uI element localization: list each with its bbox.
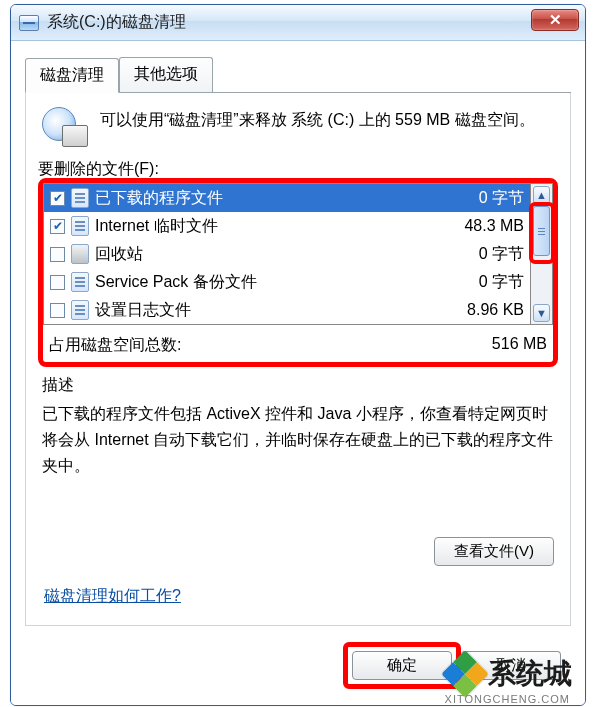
file-size: 0 字节 [473,271,524,293]
checkbox[interactable]: ✔ [50,191,65,206]
file-list-row[interactable]: 设置日志文件8.96 KB [44,296,530,324]
scroll-thumb[interactable] [533,206,550,256]
view-files-button[interactable]: 查看文件(V) [434,537,554,566]
scrollbar[interactable]: ▲ ▼ [531,183,553,325]
window-title: 系统(C:)的磁盘清理 [47,12,186,33]
link-text: 磁盘清理如何工作? [44,587,181,604]
total-value: 516 MB [492,335,547,356]
button-label: 确定 [387,656,417,673]
drive-cleanup-title-icon [19,15,39,31]
file-list-highlight: ✔已下载的程序文件0 字节✔Internet 临时文件48.3 MB回收站0 字… [38,178,558,367]
scroll-down-button[interactable]: ▼ [533,304,550,322]
tab-disk-cleanup[interactable]: 磁盘清理 [25,58,119,93]
file-name: Service Pack 备份文件 [95,271,473,293]
disk-cleanup-window: 系统(C:)的磁盘清理 ✕ 磁盘清理 其他选项 可以使用“磁盘清理”来释放 系统… [10,4,586,706]
description-text: 已下载的程序文件包括 ActiveX 控件和 Java 小程序，你查看特定网页时… [42,401,554,479]
file-list[interactable]: ✔已下载的程序文件0 字节✔Internet 临时文件48.3 MB回收站0 字… [43,183,531,325]
ok-button-highlight: 确定 [343,642,461,689]
intro-text: 可以使用“磁盘清理”来释放 系统 (C:) 上的 559 MB 磁盘空间。 [100,107,558,147]
tabstrip: 磁盘清理 其他选项 [25,57,571,93]
disk-cleanup-icon [40,107,88,147]
file-size: 8.96 KB [461,299,524,321]
client-area: 磁盘清理 其他选项 可以使用“磁盘清理”来释放 系统 (C:) 上的 559 M… [11,41,585,705]
file-list-row[interactable]: ✔已下载的程序文件0 字节 [44,184,530,212]
file-icon [71,188,89,208]
file-list-row[interactable]: Service Pack 备份文件0 字节 [44,268,530,296]
file-size: 0 字节 [473,243,524,265]
checkbox[interactable] [50,247,65,262]
close-icon: ✕ [549,11,562,28]
file-name: 已下载的程序文件 [95,187,473,209]
total-label: 占用磁盘空间总数: [49,335,181,356]
help-link[interactable]: 磁盘清理如何工作? [44,586,181,607]
tab-label: 磁盘清理 [40,66,104,83]
file-size: 0 字节 [473,187,524,209]
watermark-url: XITONGCHENG.COM [445,693,570,705]
file-icon [71,244,89,264]
ok-button[interactable]: 确定 [352,651,452,680]
file-name: 回收站 [95,243,473,265]
titlebar[interactable]: 系统(C:)的磁盘清理 ✕ [11,5,585,41]
tab-more-options[interactable]: 其他选项 [119,57,213,92]
scroll-up-button[interactable]: ▲ [533,186,550,204]
close-button[interactable]: ✕ [531,9,579,31]
button-label: 取消 [496,656,526,673]
file-size: 48.3 MB [458,215,524,237]
checkbox[interactable]: ✔ [50,219,65,234]
file-icon [71,300,89,320]
cancel-button[interactable]: 取消 [461,651,561,680]
file-list-row[interactable]: 回收站0 字节 [44,240,530,268]
file-list-row[interactable]: ✔Internet 临时文件48.3 MB [44,212,530,240]
file-name: 设置日志文件 [95,299,461,321]
total-row: 占用磁盘空间总数: 516 MB [43,325,553,362]
intro-row: 可以使用“磁盘清理”来释放 系统 (C:) 上的 559 MB 磁盘空间。 [38,107,558,147]
file-icon [71,272,89,292]
checkbox[interactable] [50,275,65,290]
file-icon [71,216,89,236]
checkbox[interactable] [50,303,65,318]
file-name: Internet 临时文件 [95,215,458,237]
tab-label: 其他选项 [134,65,198,82]
button-label: 查看文件(V) [454,542,534,559]
tab-panel: 可以使用“磁盘清理”来释放 系统 (C:) 上的 559 MB 磁盘空间。 要删… [25,93,571,626]
description-label: 描述 [38,375,558,397]
